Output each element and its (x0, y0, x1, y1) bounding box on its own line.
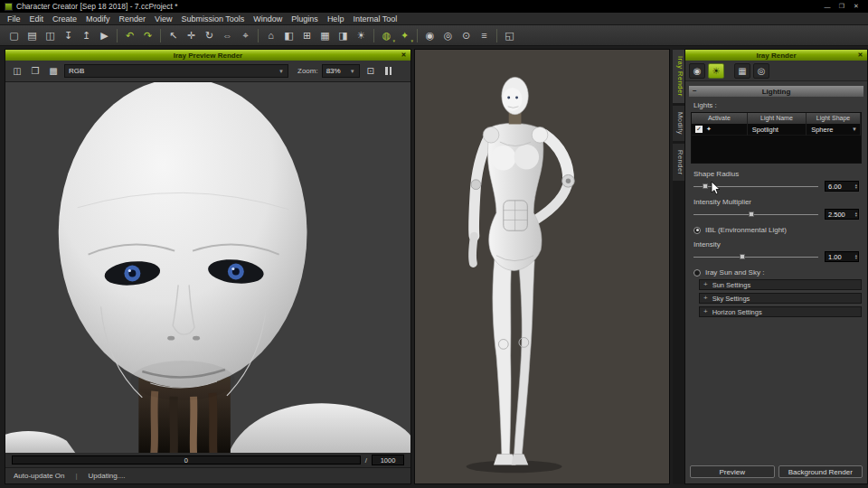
menu-modify[interactable]: Modify (81, 14, 115, 23)
side-view-icon[interactable]: ◨ (335, 27, 352, 43)
light-icon[interactable]: ☀ (353, 27, 370, 43)
effects-icon[interactable]: ✦▾ (396, 27, 413, 43)
open-project-icon[interactable]: ▤ (24, 27, 41, 43)
menu-internal-tool[interactable]: Internal Tool (348, 14, 401, 23)
new-project-icon[interactable]: ▢ (5, 27, 23, 43)
column-light-name[interactable]: Light Name (748, 113, 807, 124)
intensity-multiplier-slider-thumb[interactable] (749, 211, 754, 217)
intensity-multiplier-input[interactable]: 2.500 ▴▾ (825, 209, 859, 220)
render-panel-footer: Preview Background Render (685, 462, 867, 483)
menu-help[interactable]: Help (323, 14, 349, 23)
tab-modify[interactable]: Modify (673, 106, 684, 141)
redo-icon[interactable]: ↷ (139, 27, 156, 43)
fit-view-icon[interactable]: ⊡ (363, 64, 378, 79)
intensity-multiplier-slider[interactable] (693, 210, 818, 219)
copy-image-icon[interactable]: ❐ (28, 64, 42, 79)
select-icon[interactable]: ↖ (165, 27, 182, 43)
scale-icon[interactable]: ⇔ (219, 27, 236, 43)
render-progress-bar: 0 (12, 455, 361, 465)
activate-checkbox[interactable]: ✓ (695, 126, 703, 133)
shape-radius-slider-thumb[interactable] (703, 183, 708, 189)
save-project-icon[interactable]: ◫ (42, 27, 59, 43)
expand-icon[interactable]: + (703, 294, 708, 303)
intensity-input[interactable]: 1.00 ▴▾ (825, 251, 859, 262)
light-name-cell[interactable]: Spotlight (748, 124, 807, 136)
close-icon[interactable]: ✕ (399, 50, 409, 60)
spinner-arrows[interactable]: ▴▾ (855, 183, 858, 190)
lighting-tab-icon[interactable]: ☀ (708, 63, 724, 79)
close-button[interactable]: ✕ (849, 1, 863, 12)
menu-plugins[interactable]: Plugins (287, 14, 323, 23)
collapse-icon[interactable]: − (693, 86, 697, 97)
material-tab-icon[interactable]: ▦ (734, 63, 750, 79)
menu-window[interactable]: Window (249, 14, 287, 23)
home-view-icon[interactable]: ⌂ (262, 27, 279, 43)
column-light-shape[interactable]: Light Shape (807, 113, 861, 124)
close-icon[interactable]: ✕ (855, 50, 865, 60)
alpha-checker-icon[interactable]: ▩ (46, 64, 61, 79)
sunsky-radio[interactable] (693, 269, 701, 277)
column-activate[interactable]: Activate (692, 113, 748, 124)
channel-select[interactable]: RGB ▼ (64, 64, 288, 78)
menu-file[interactable]: File (3, 14, 25, 23)
camera-view-icon[interactable]: ◧ (280, 27, 297, 43)
shape-radius-slider[interactable] (693, 182, 818, 191)
move-icon[interactable]: ✛ (183, 27, 200, 43)
preview-render-icon[interactable]: ◎ (439, 27, 457, 43)
intensity-row: 1.00 ▴▾ (693, 251, 859, 262)
shape-radius-input[interactable]: 6.00 ▴▾ (825, 181, 859, 192)
atmosphere-icon[interactable]: ◍▾ (378, 27, 395, 43)
minimize-button[interactable]: — (820, 1, 835, 12)
import-icon[interactable]: ↧ (60, 27, 77, 43)
light-shape-dropdown[interactable]: Sphere ▼ (807, 124, 861, 136)
visibility-icon[interactable]: ⊙ (458, 27, 475, 43)
pause-icon[interactable] (382, 64, 396, 79)
intensity-slider[interactable] (693, 252, 818, 261)
progress-total-input[interactable]: 1000 (372, 455, 404, 465)
render-image-icon[interactable]: ◉ (421, 27, 439, 43)
render-panel-titlebar[interactable]: Iray Render ✕ (685, 50, 867, 61)
sky-settings-section[interactable]: + Sky Settings (699, 293, 862, 304)
undo-icon[interactable]: ↶ (121, 27, 138, 43)
pivot-icon[interactable]: ⌖ (237, 27, 254, 43)
render-settings-tab-icon[interactable]: ◉ (689, 63, 705, 79)
render-options-icon[interactable]: ≡ (476, 27, 493, 43)
save-image-icon[interactable]: ◫ (10, 64, 24, 79)
shape-radius-value: 6.00 (828, 183, 842, 191)
grid-view-icon[interactable]: ▦ (316, 27, 334, 43)
preview-button[interactable]: Preview (690, 465, 775, 478)
spinner-arrows[interactable]: ▴▾ (855, 211, 858, 218)
ibl-radio[interactable] (693, 227, 701, 234)
expand-icon[interactable]: + (703, 280, 708, 289)
3d-viewport[interactable] (414, 49, 670, 484)
menu-create[interactable]: Create (48, 14, 81, 23)
menu-render[interactable]: Render (115, 14, 151, 23)
lighting-section-header[interactable]: − Lighting (689, 86, 863, 97)
maximize-button[interactable]: ❐ (835, 1, 849, 12)
zoom-select[interactable]: 83% ▼ (322, 64, 360, 78)
send-to-icon[interactable]: ▶ (96, 27, 113, 43)
intensity-slider-thumb[interactable] (740, 254, 745, 259)
light-shape-value: Sphere (807, 126, 833, 134)
titlebar: Character Creator [Sep 18 2018] - 7.ccPr… (0, 0, 868, 13)
horizon-settings-section[interactable]: + Horizon Settings (699, 306, 862, 317)
fullscreen-render-icon[interactable]: ◱ (501, 27, 518, 43)
spinner-arrows[interactable]: ▴▾ (855, 254, 858, 260)
menu-edit[interactable]: Edit (25, 14, 49, 23)
export-icon[interactable]: ↥ (78, 27, 95, 43)
tab-iray-render[interactable]: Iray Render (673, 50, 684, 103)
app-window: Character Creator [Sep 18 2018] - 7.ccPr… (0, 0, 868, 488)
rotate-icon[interactable]: ↻ (201, 27, 218, 43)
lights-table-header: Activate Light Name Light Shape (692, 113, 861, 124)
background-render-button[interactable]: Background Render (778, 465, 863, 478)
light-row-spotlight[interactable]: ✓ ✦ Spotlight Sphere ▼ (692, 124, 861, 136)
expand-icon[interactable]: + (703, 307, 708, 316)
sky-settings-label: Sky Settings (712, 295, 750, 303)
menu-view[interactable]: View (150, 14, 176, 23)
preview-panel-titlebar[interactable]: Iray Preview Render ✕ (5, 50, 410, 61)
sun-settings-section[interactable]: + Sun Settings (699, 279, 862, 290)
environment-tab-icon[interactable]: ◎ (753, 63, 769, 79)
quad-view-icon[interactable]: ⊞ (298, 27, 316, 43)
tab-render[interactable]: Render (673, 144, 684, 182)
menu-submission-tools[interactable]: Submission Tools (176, 14, 249, 23)
